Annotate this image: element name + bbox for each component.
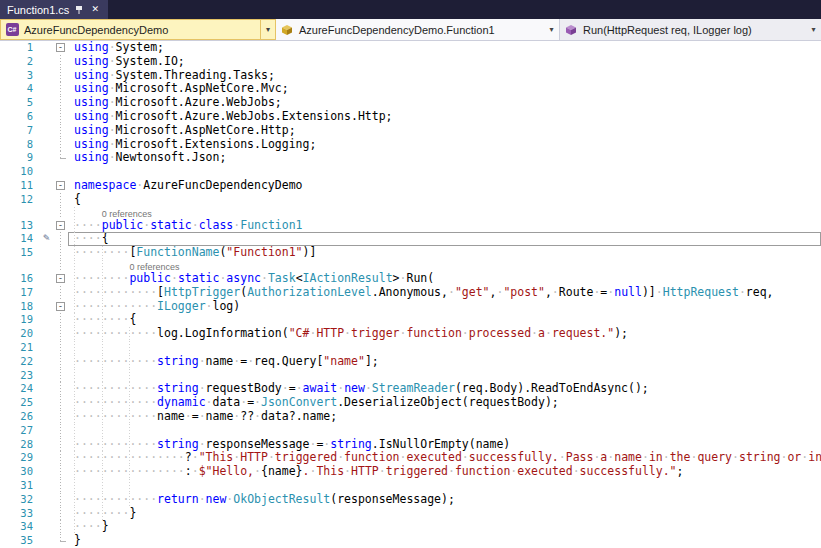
code-text[interactable]: using·Microsoft.AspNetCore.Mvc; xyxy=(68,82,821,96)
code-text[interactable]: ············string·requestBody·=·await·n… xyxy=(68,382,821,396)
code-text[interactable] xyxy=(68,479,821,493)
code-line[interactable]: 33········} xyxy=(0,507,821,521)
codelens-row[interactable]: 0 references xyxy=(0,207,821,219)
code-line[interactable]: 1-using·System; xyxy=(0,41,821,55)
code-text[interactable]: ····{ xyxy=(68,232,821,246)
code-line[interactable]: 31 xyxy=(0,479,821,493)
outlining-margin[interactable]: - xyxy=(53,179,68,193)
close-icon[interactable]: ✕ xyxy=(89,4,101,15)
code-text[interactable]: ····} xyxy=(68,520,821,534)
pin-icon[interactable] xyxy=(75,5,83,15)
code-text[interactable]: ················:·$"Hello,·{name}.·This·… xyxy=(68,465,821,479)
code-text[interactable]: 0 references xyxy=(68,260,821,272)
project-dropdown[interactable]: C# AzureFuncDependencyDemo ▾ xyxy=(0,19,276,40)
code-line[interactable]: 21 xyxy=(0,341,821,355)
code-text[interactable]: ············ILogger·log) xyxy=(68,300,821,314)
code-text[interactable]: using·Microsoft.Azure.WebJobs.Extensions… xyxy=(68,110,821,124)
code-line[interactable]: 32············return·new·OkObjectResult(… xyxy=(0,493,821,507)
code-text[interactable]: namespace·AzureFuncDependencyDemo xyxy=(68,179,821,193)
code-text[interactable]: using·Microsoft.Azure.WebJobs; xyxy=(68,96,821,110)
code-line[interactable]: 24············string·requestBody·=·await… xyxy=(0,382,821,396)
chevron-down-icon[interactable]: ▾ xyxy=(544,25,559,34)
code-text[interactable]: ············dynamic·data·=·JsonConvert.D… xyxy=(68,396,821,410)
code-line[interactable]: 16-········public·static·async·Task<IAct… xyxy=(0,272,821,286)
code-line[interactable]: 26············name·=·name·??·data?.name; xyxy=(0,410,821,424)
code-text[interactable]: ············string·responseMessage·=·str… xyxy=(68,438,821,452)
code-line[interactable]: 20············log.LogInformation("C#·HTT… xyxy=(0,327,821,341)
code-line[interactable]: 19········{ xyxy=(0,313,821,327)
code-line[interactable]: 35} xyxy=(0,534,821,548)
code-text[interactable]: ············string·name·=·req.Query["nam… xyxy=(68,355,821,369)
code-editor[interactable]: 1-using·System;2using·System.IO;3using·S… xyxy=(0,41,821,548)
outlining-margin[interactable]: - xyxy=(53,272,68,286)
code-line[interactable]: 13-····public·static·class·Function1 xyxy=(0,219,821,233)
code-text[interactable]: using·System.Threading.Tasks; xyxy=(68,69,821,83)
code-text[interactable]: } xyxy=(68,534,821,548)
code-text[interactable]: ········[FunctionName("Function1")] xyxy=(68,246,821,260)
codelens-references[interactable]: 0 references xyxy=(129,262,179,272)
code-text[interactable]: using·Microsoft.AspNetCore.Http; xyxy=(68,124,821,138)
code-text[interactable]: ············log.LogInformation("C#·HTTP·… xyxy=(68,327,821,341)
outlining-margin[interactable]: - xyxy=(53,219,68,233)
code-text[interactable] xyxy=(68,341,821,355)
code-line[interactable]: 27 xyxy=(0,424,821,438)
code-line[interactable]: 2using·System.IO; xyxy=(0,55,821,69)
line-number: 19 xyxy=(0,313,40,327)
tab-function1[interactable]: Function1.cs ✕ xyxy=(0,0,108,19)
outlining-margin xyxy=(53,313,68,327)
code-text[interactable]: ········public·static·async·Task<IAction… xyxy=(68,272,821,286)
code-line[interactable]: 23 xyxy=(0,369,821,383)
code-line[interactable]: 18-············ILogger·log) xyxy=(0,300,821,314)
fold-collapse-icon[interactable]: - xyxy=(56,221,65,230)
outlining-margin[interactable]: - xyxy=(53,300,68,314)
code-text[interactable]: { xyxy=(68,193,821,207)
code-text[interactable]: ········} xyxy=(68,507,821,521)
code-line[interactable]: 34····} xyxy=(0,520,821,534)
code-line[interactable]: 17············[HttpTrigger(Authorization… xyxy=(0,286,821,300)
type-dropdown[interactable]: AzureFuncDependencyDemo.Function1 ▾ xyxy=(276,19,560,40)
member-dropdown[interactable]: Run(HttpRequest req, ILogger log) ▾ xyxy=(560,19,821,40)
code-line[interactable]: 4using·Microsoft.AspNetCore.Mvc; xyxy=(0,82,821,96)
code-text[interactable] xyxy=(68,424,821,438)
code-line[interactable]: 8using·Microsoft.Extensions.Logging; xyxy=(0,138,821,152)
code-text[interactable]: using·Newtonsoft.Json; xyxy=(68,151,821,165)
code-line[interactable]: 11-namespace·AzureFuncDependencyDemo xyxy=(0,179,821,193)
code-text[interactable]: 0 references xyxy=(68,207,821,219)
outlining-margin[interactable]: - xyxy=(53,41,68,55)
code-text[interactable]: ············[HttpTrigger(AuthorizationLe… xyxy=(68,286,821,300)
code-text[interactable]: using·System; xyxy=(68,41,821,55)
fold-collapse-icon[interactable]: - xyxy=(56,274,65,283)
code-text[interactable]: ····public·static·class·Function1 xyxy=(68,219,821,233)
fold-collapse-icon[interactable]: - xyxy=(56,43,65,52)
code-line[interactable]: 22············string·name·=·req.Query["n… xyxy=(0,355,821,369)
code-line[interactable]: 10 xyxy=(0,165,821,179)
code-text[interactable]: ············name·=·name·??·data?.name; xyxy=(68,410,821,424)
codelens-row[interactable]: 0 references xyxy=(0,260,821,272)
code-line[interactable]: 3using·System.Threading.Tasks; xyxy=(0,69,821,83)
code-line[interactable]: 12{ xyxy=(0,193,821,207)
line-number: 10 xyxy=(0,165,40,179)
outlining-margin xyxy=(53,534,68,548)
code-line[interactable]: 28············string·responseMessage·=·s… xyxy=(0,438,821,452)
code-line[interactable]: 7using·Microsoft.AspNetCore.Http; xyxy=(0,124,821,138)
code-line[interactable]: 30················:·$"Hello,·{name}.·Thi… xyxy=(0,465,821,479)
code-line[interactable]: 14✎····{ xyxy=(0,232,821,246)
code-text[interactable] xyxy=(68,369,821,383)
code-line[interactable]: 9using·Newtonsoft.Json; xyxy=(0,151,821,165)
codelens-references[interactable]: 0 references xyxy=(102,209,152,219)
code-text[interactable] xyxy=(68,165,821,179)
code-text[interactable]: ················?·"This·HTTP·triggered·f… xyxy=(68,451,821,465)
code-text[interactable]: ········{ xyxy=(68,313,821,327)
code-line[interactable]: 15········[FunctionName("Function1")] xyxy=(0,246,821,260)
code-text[interactable]: using·Microsoft.Extensions.Logging; xyxy=(68,138,821,152)
fold-collapse-icon[interactable]: - xyxy=(56,302,65,311)
code-line[interactable]: 25············dynamic·data·=·JsonConvert… xyxy=(0,396,821,410)
code-line[interactable]: 29················?·"This·HTTP·triggered… xyxy=(0,451,821,465)
chevron-down-icon[interactable]: ▾ xyxy=(260,20,275,39)
fold-collapse-icon[interactable]: - xyxy=(56,181,65,190)
code-line[interactable]: 6using·Microsoft.Azure.WebJobs.Extension… xyxy=(0,110,821,124)
code-text[interactable]: ············return·new·OkObjectResult(re… xyxy=(68,493,821,507)
chevron-down-icon[interactable]: ▾ xyxy=(806,25,821,34)
code-text[interactable]: using·System.IO; xyxy=(68,55,821,69)
code-line[interactable]: 5using·Microsoft.Azure.WebJobs; xyxy=(0,96,821,110)
